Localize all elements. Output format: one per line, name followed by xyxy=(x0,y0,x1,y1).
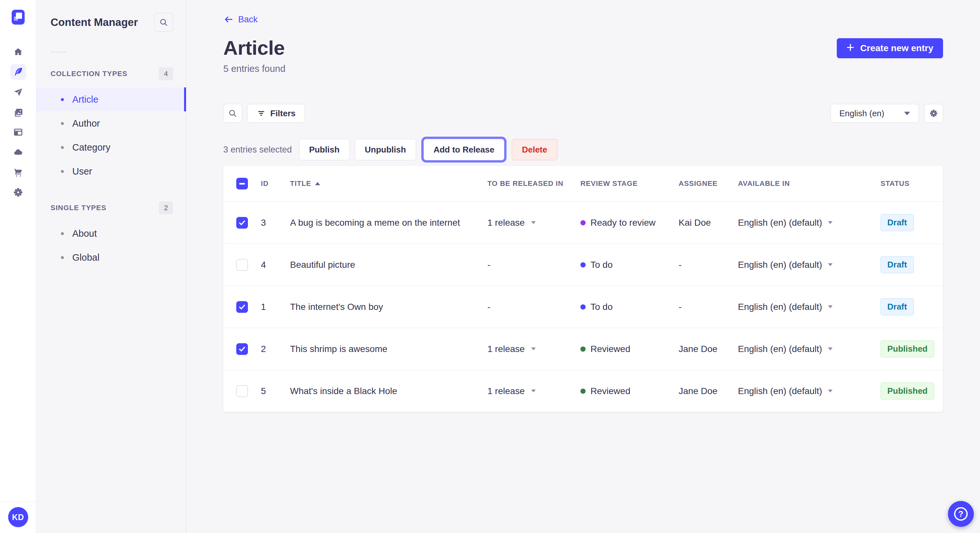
unpublish-button[interactable]: Unpublish xyxy=(355,139,416,160)
column-header-available-in[interactable]: AVAILABLE IN xyxy=(738,179,880,188)
help-button[interactable]: ? xyxy=(948,501,974,527)
column-header-id[interactable]: ID xyxy=(261,179,290,188)
row-checkbox[interactable] xyxy=(236,301,248,313)
content-manager-feather-icon[interactable] xyxy=(10,64,26,80)
search-button[interactable] xyxy=(223,104,242,123)
row-checkbox[interactable] xyxy=(236,259,248,271)
column-header-assignee[interactable]: ASSIGNEE xyxy=(679,179,738,188)
sidebar-divider xyxy=(51,52,66,52)
cell-release: 1 release xyxy=(487,217,581,228)
column-header-status[interactable]: STATUS xyxy=(880,179,943,188)
table-row[interactable]: 4 Beautiful picture - To do - English (e… xyxy=(223,244,943,286)
row-checkbox[interactable] xyxy=(236,385,248,397)
cell-review-stage: Reviewed xyxy=(581,386,679,397)
cell-id: 2 xyxy=(261,344,290,354)
cell-release: 1 release xyxy=(487,344,581,354)
stage-dot xyxy=(581,305,585,309)
content-type-builder-icon[interactable] xyxy=(10,124,26,140)
create-button-label: Create new entry xyxy=(860,43,933,54)
stage-dot xyxy=(581,220,585,225)
cell-id: 1 xyxy=(261,302,290,312)
column-header-review-stage[interactable]: REVIEW STAGE xyxy=(581,179,679,188)
release-paper-plane-icon[interactable] xyxy=(10,84,26,100)
cell-assignee: Jane Doe xyxy=(679,386,738,397)
single-types-section: SINGLE TYPES 2 About Global xyxy=(36,201,186,270)
sidebar-item-user[interactable]: User xyxy=(36,159,186,183)
sidebar-item-category[interactable]: Category xyxy=(36,135,186,159)
filters-button[interactable]: Filters xyxy=(247,104,305,123)
back-label: Back xyxy=(238,14,258,25)
stage-dot xyxy=(581,262,585,268)
select-all-checkbox[interactable] xyxy=(236,178,248,189)
locale-value: English (en) xyxy=(839,108,885,119)
cell-assignee: - xyxy=(679,260,738,270)
sidebar-item-article[interactable]: Article xyxy=(36,87,186,111)
locale-caret-icon[interactable] xyxy=(828,263,832,266)
check-icon xyxy=(238,219,246,227)
sidebar-item-about[interactable]: About xyxy=(36,222,186,246)
table-row[interactable]: 5 What's inside a Black Hole 1 release R… xyxy=(223,370,943,412)
section-label: SINGLE TYPES xyxy=(51,204,106,212)
settings-gear-icon[interactable] xyxy=(10,185,26,200)
table-row[interactable]: 2 This shrimp is awesome 1 release Revie… xyxy=(223,328,943,370)
arrow-left-icon xyxy=(223,14,234,25)
cell-assignee: Kai Doe xyxy=(679,217,738,228)
deploy-cloud-icon[interactable] xyxy=(10,144,26,160)
media-library-icon[interactable] xyxy=(10,104,26,120)
cell-locale: English (en) (default) xyxy=(738,386,880,397)
cell-review-stage: Ready to review xyxy=(581,217,679,228)
chevron-down-icon xyxy=(904,112,910,115)
section-count-badge: 4 xyxy=(159,67,173,80)
cell-title: A bug is becoming a meme on the internet xyxy=(290,217,487,228)
stage-dot xyxy=(581,346,585,352)
question-mark-icon: ? xyxy=(954,507,968,521)
publish-button[interactable]: Publish xyxy=(299,139,350,160)
search-icon xyxy=(228,108,237,118)
cell-assignee: Jane Doe xyxy=(679,344,738,354)
release-caret-icon[interactable] xyxy=(531,347,536,351)
view-settings-button[interactable] xyxy=(924,104,943,123)
column-header-title[interactable]: TITLE xyxy=(290,179,487,188)
locale-caret-icon[interactable] xyxy=(828,347,832,351)
bullet-icon xyxy=(61,146,64,149)
cell-review-stage: Reviewed xyxy=(581,344,679,354)
column-header-release[interactable]: TO BE RELEASED IN xyxy=(487,179,581,188)
locale-caret-icon[interactable] xyxy=(828,305,832,308)
cell-review-stage: To do xyxy=(581,302,679,312)
home-icon[interactable] xyxy=(10,44,26,60)
status-badge: Draft xyxy=(880,214,914,231)
create-new-entry-button[interactable]: + Create new entry xyxy=(837,38,943,58)
table-row[interactable]: 3 A bug is becoming a meme on the intern… xyxy=(223,201,943,244)
user-avatar[interactable]: KD xyxy=(8,507,28,527)
filter-icon xyxy=(257,109,266,118)
cell-release: 1 release xyxy=(487,386,581,397)
sidebar-item-global[interactable]: Global xyxy=(36,246,186,270)
sidebar-title: Content Manager xyxy=(51,16,138,29)
sidebar-item-label: Article xyxy=(72,94,99,105)
release-caret-icon[interactable] xyxy=(531,390,536,392)
row-checkbox[interactable] xyxy=(236,217,248,228)
table-row[interactable]: 1 The internet's Own boy - To do - Engli… xyxy=(223,286,943,328)
cell-locale: English (en) (default) xyxy=(738,302,880,312)
indeterminate-dash-icon xyxy=(239,183,245,185)
sidebar-item-author[interactable]: Author xyxy=(36,111,186,135)
cell-locale: English (en) (default) xyxy=(738,217,880,228)
row-checkbox[interactable] xyxy=(236,343,248,355)
plus-icon: + xyxy=(846,41,854,54)
table-header-row: ID TITLE TO BE RELEASED IN REVIEW STAGE … xyxy=(223,166,943,201)
sidebar-item-label: User xyxy=(72,166,92,177)
locale-caret-icon[interactable] xyxy=(828,390,832,392)
marketplace-cart-icon[interactable] xyxy=(10,165,26,180)
locale-caret-icon[interactable] xyxy=(828,221,832,224)
sidebar-search-button[interactable] xyxy=(154,13,173,32)
sidebar-item-label: Global xyxy=(72,252,100,263)
add-to-release-button[interactable]: Add to Release xyxy=(423,139,504,160)
gear-icon xyxy=(929,108,939,118)
cell-title: This shrimp is awesome xyxy=(290,344,487,354)
back-link[interactable]: Back xyxy=(223,14,258,25)
delete-button[interactable]: Delete xyxy=(512,139,557,160)
cell-release: - xyxy=(487,260,581,270)
column-header-label: TITLE xyxy=(290,179,311,188)
locale-select[interactable]: English (en) xyxy=(830,104,919,123)
release-caret-icon[interactable] xyxy=(531,221,536,224)
